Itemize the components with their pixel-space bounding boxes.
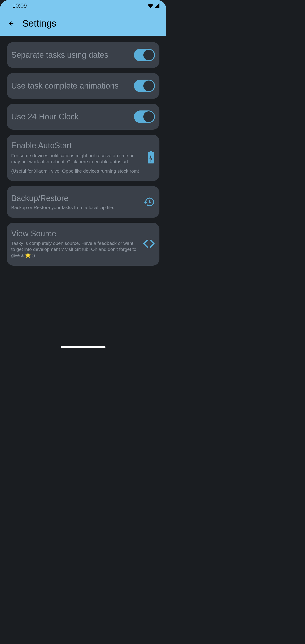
setting-label: Separate tasks using dates (11, 50, 108, 60)
content: Separate tasks using dates Use task comp… (0, 36, 166, 272)
backup-card[interactable]: Backup/Restore Backup or Restore your ta… (7, 186, 160, 218)
source-card[interactable]: View Source Tasky is completely open sou… (7, 223, 160, 266)
setting-label: Use 24 Hour Clock (11, 112, 79, 122)
home-indicator[interactable] (61, 346, 106, 348)
wifi-icon (148, 3, 153, 8)
source-text: View Source Tasky is completely open sou… (11, 229, 138, 258)
status-bar: 10:09 (0, 0, 166, 11)
page-title: Settings (22, 18, 56, 29)
autostart-title: Enable AutoStart (11, 141, 142, 150)
toggle-knob (143, 80, 154, 91)
toggle-separate-dates[interactable] (134, 49, 155, 61)
autostart-description: For some devices notifications might not… (11, 152, 142, 165)
signal-icon (154, 3, 160, 8)
restore-icon (143, 196, 155, 208)
code-icon (143, 240, 155, 248)
autostart-card[interactable]: Enable AutoStart For some devices notifi… (7, 134, 160, 181)
battery-charging-icon (147, 152, 155, 164)
toggle-complete-animations[interactable] (134, 80, 155, 92)
toggle-knob (143, 50, 154, 60)
back-button[interactable] (7, 19, 16, 28)
arrow-left-icon (8, 20, 14, 27)
setting-separate-dates[interactable]: Separate tasks using dates (7, 42, 160, 68)
setting-label: Use task complete animations (11, 81, 118, 90)
source-title: View Source (11, 229, 138, 238)
backup-title: Backup/Restore (11, 194, 139, 203)
setting-complete-animations[interactable]: Use task complete animations (7, 73, 160, 99)
backup-text: Backup/Restore Backup or Restore your ta… (11, 194, 139, 210)
backup-description: Backup or Restore your tasks from a loca… (11, 205, 139, 210)
status-time: 10:09 (12, 2, 27, 9)
autostart-note: (Useful for Xiaomi, vivo, Oppo like devi… (11, 168, 142, 174)
status-icons (148, 3, 160, 8)
toggle-24hour-clock[interactable] (134, 110, 155, 123)
source-description: Tasky is completely open source. Have a … (11, 240, 138, 258)
toggle-knob (143, 111, 154, 122)
header: Settings (0, 11, 166, 36)
autostart-text: Enable AutoStart For some devices notifi… (11, 141, 142, 174)
setting-24hour-clock[interactable]: Use 24 Hour Clock (7, 104, 160, 130)
